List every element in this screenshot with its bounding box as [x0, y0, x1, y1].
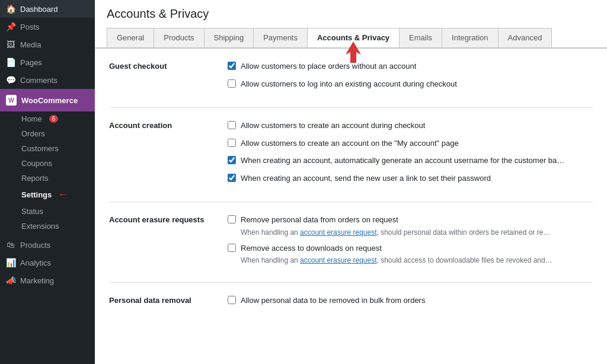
option-note: When handling an account erasure request…	[228, 256, 593, 264]
page-title: Accounts & Privacy	[107, 7, 595, 21]
section-personal-data-removal: Personal data removal Allow personal dat…	[109, 295, 593, 324]
sidebar-item-customers[interactable]: Customers	[15, 141, 95, 156]
section-account-erasure: Account erasure requests Remove personal…	[109, 214, 593, 283]
woo-submenu: Home 6 Orders Customers Coupons Reports …	[0, 111, 95, 234]
tab-payments[interactable]: Payments	[253, 28, 308, 47]
tab-shipping[interactable]: Shipping	[204, 28, 254, 47]
option-row: When creating an account, send the new u…	[228, 173, 593, 184]
sidebar-item-coupons[interactable]: Coupons	[15, 156, 95, 171]
settings-tabs: General Products Shipping Payments Accou…	[107, 28, 595, 47]
dashboard-icon: 🏠	[6, 4, 15, 14]
option-label: When creating an account, send the new u…	[241, 173, 491, 184]
analytics-icon: 📊	[6, 258, 15, 267]
section-account-creation: Account creation Allow customers to crea…	[109, 120, 593, 202]
marketing-icon: 📣	[6, 276, 15, 285]
checkbox-auto-generate-username[interactable]	[228, 156, 236, 164]
comments-icon: 💬	[6, 75, 15, 85]
home-badge: 6	[49, 115, 59, 123]
red-arrow-indicator	[344, 41, 362, 65]
sidebar-item-dashboard[interactable]: 🏠 Dashboard	[0, 0, 95, 18]
products-label: Products	[20, 241, 50, 250]
sidebar-sub-label: Status	[21, 207, 43, 216]
option-label: Allow customers to place orders without …	[241, 60, 416, 72]
sidebar-item-label: Pages	[20, 58, 42, 67]
sidebar-item-label: Posts	[20, 23, 40, 31]
option-label: Allow personal data to be removed in bul…	[241, 295, 425, 306]
sidebar-sub-label: Extensions	[21, 222, 59, 231]
option-note: When handling an account erasure request…	[228, 228, 593, 237]
sidebar-sub-label: Reports	[21, 174, 49, 183]
sidebar-item-reports[interactable]: Reports	[15, 171, 95, 186]
option-row: When creating an account, automatically …	[228, 155, 593, 167]
sidebar-item-label: Dashboard	[20, 5, 58, 14]
checkbox-allow-orders-without-account[interactable]	[228, 62, 236, 70]
sidebar-item-status[interactable]: Status	[15, 204, 95, 219]
tab-integration[interactable]: Integration	[442, 28, 498, 47]
section-label: Account erasure requests	[109, 214, 228, 270]
tab-emails[interactable]: Emails	[399, 28, 442, 47]
sidebar-sub-label: Coupons	[21, 159, 52, 168]
option-row: Allow customers to create an account on …	[228, 138, 593, 149]
sidebar-item-home[interactable]: Home 6	[15, 111, 95, 126]
sidebar-item-orders[interactable]: Orders	[15, 126, 95, 141]
sidebar-sub-label: Customers	[21, 144, 59, 153]
option-row: Allow customers to create an account dur…	[228, 120, 593, 132]
main-content: Accounts & Privacy General Products Ship…	[95, 0, 607, 364]
sidebar-sub-label: Orders	[21, 129, 45, 138]
option-row: Remove access to downloads on request	[228, 242, 593, 254]
page-header: Accounts & Privacy General Products Ship…	[95, 0, 607, 48]
sidebar-item-media[interactable]: 🖼 Media	[0, 36, 95, 53]
section-options: Allow personal data to be removed in bul…	[228, 295, 593, 312]
sidebar-item-settings[interactable]: Settings ←	[15, 186, 95, 204]
pages-icon: 📄	[6, 58, 15, 67]
option-label: Remove personal data from orders on requ…	[241, 214, 398, 226]
section-options: Allow customers to place orders without …	[228, 60, 593, 95]
erasure-request-link-2[interactable]: account erasure request	[300, 256, 376, 264]
option-label: Allow customers to create an account dur…	[241, 120, 425, 132]
checkbox-allow-bulk-removal[interactable]	[228, 296, 236, 304]
option-label: Allow customers to log into an existing …	[241, 78, 457, 90]
sidebar-sub-label: Home	[21, 114, 42, 123]
section-guest-checkout: Guest checkout Allow customers to place …	[109, 60, 593, 108]
tab-accounts-privacy[interactable]: Accounts & Privacy	[307, 28, 400, 47]
settings-content: Guest checkout Allow customers to place …	[95, 48, 607, 364]
option-row: Allow customers to log into an existing …	[228, 78, 593, 90]
checkbox-remove-personal-data-orders[interactable]	[228, 215, 236, 223]
settings-arrow-icon: ←	[57, 189, 68, 201]
section-label: Account creation	[109, 120, 228, 190]
section-options: Remove personal data from orders on requ…	[228, 214, 593, 270]
tab-products[interactable]: Products	[154, 28, 204, 47]
sidebar-item-label: Comments	[20, 76, 57, 85]
option-label: Allow customers to create an account on …	[241, 138, 459, 149]
sidebar-item-marketing[interactable]: 📣 Marketing	[0, 272, 95, 289]
sidebar-item-comments[interactable]: 💬 Comments	[0, 71, 95, 89]
sidebar-item-analytics[interactable]: 📊 Analytics	[0, 254, 95, 272]
option-label: When creating an account, automatically …	[241, 155, 564, 167]
checkbox-remove-access-downloads[interactable]	[228, 244, 236, 252]
checkbox-create-account-my-account[interactable]	[228, 139, 236, 147]
analytics-label: Analytics	[20, 258, 51, 267]
option-row: Remove personal data from orders on requ…	[228, 214, 593, 226]
checkbox-log-into-existing-account[interactable]	[228, 79, 236, 88]
sidebar-item-label: Media	[20, 40, 41, 49]
option-row: Allow customers to place orders without …	[228, 60, 593, 72]
tab-general[interactable]: General	[107, 28, 154, 47]
sidebar-item-pages[interactable]: 📄 Pages	[0, 53, 95, 71]
media-icon: 🖼	[6, 40, 15, 49]
tab-advanced[interactable]: Advanced	[498, 28, 552, 47]
posts-icon: 📌	[6, 22, 15, 31]
woo-logo-icon: W	[6, 95, 17, 106]
sidebar-item-extensions[interactable]: Extensions	[15, 219, 95, 234]
svg-marker-0	[346, 41, 361, 63]
sidebar: 🏠 Dashboard 📌 Posts 🖼 Media 📄 Pages 💬 Co…	[0, 0, 95, 364]
option-row: Allow personal data to be removed in bul…	[228, 295, 593, 306]
checkbox-send-password-link[interactable]	[228, 174, 236, 182]
sidebar-item-woocommerce[interactable]: W WooCommerce	[0, 89, 95, 111]
erasure-request-link-1[interactable]: account erasure request	[300, 228, 376, 237]
section-label: Personal data removal	[109, 295, 228, 312]
sidebar-item-posts[interactable]: 📌 Posts	[0, 18, 95, 36]
checkbox-create-account-checkout[interactable]	[228, 121, 236, 129]
sidebar-sub-label: Settings	[21, 190, 52, 199]
section-options: Allow customers to create an account dur…	[228, 120, 593, 190]
sidebar-item-products[interactable]: 🛍 Products	[0, 236, 95, 254]
